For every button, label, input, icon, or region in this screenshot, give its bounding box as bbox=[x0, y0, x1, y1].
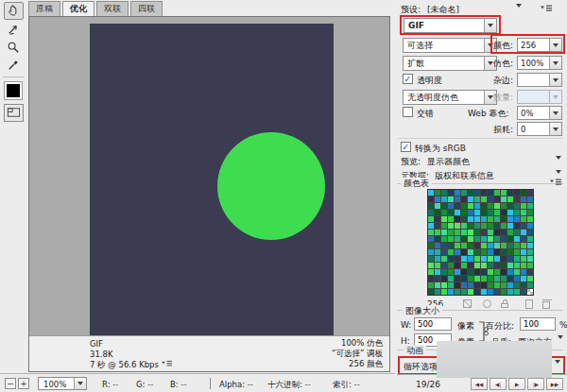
color-swatch[interactable] bbox=[501, 243, 507, 248]
color-swatch[interactable] bbox=[455, 276, 460, 281]
color-swatch[interactable] bbox=[448, 256, 454, 262]
color-swatch[interactable] bbox=[494, 223, 500, 229]
color-swatch[interactable] bbox=[521, 230, 526, 235]
color-swatch[interactable] bbox=[507, 263, 513, 268]
color-swatch[interactable] bbox=[468, 289, 473, 295]
color-swatch[interactable] bbox=[521, 190, 526, 196]
color-swatch[interactable] bbox=[521, 196, 526, 202]
color-swatch[interactable] bbox=[474, 216, 480, 222]
color-swatch[interactable] bbox=[435, 282, 440, 288]
color-swatch[interactable] bbox=[474, 223, 480, 229]
color-swatch[interactable] bbox=[455, 289, 460, 295]
websnap-arrow-icon[interactable] bbox=[549, 107, 561, 119]
color-swatch[interactable] bbox=[521, 263, 526, 268]
color-swatch[interactable] bbox=[435, 249, 440, 255]
eyedropper-tool-button[interactable] bbox=[4, 57, 24, 75]
color-swatch[interactable] bbox=[488, 230, 493, 235]
color-swatch[interactable] bbox=[507, 249, 513, 255]
color-swatch[interactable] bbox=[501, 196, 507, 202]
color-swatch[interactable] bbox=[448, 269, 454, 275]
quality-arrow-icon[interactable] bbox=[558, 339, 563, 349]
zoom-dropdown-arrow-icon[interactable] bbox=[74, 378, 86, 389]
color-swatch[interactable] bbox=[428, 269, 434, 275]
color-swatch[interactable] bbox=[527, 276, 533, 281]
color-swatch[interactable] bbox=[488, 263, 493, 268]
color-swatch[interactable] bbox=[481, 249, 487, 255]
color-swatch[interactable] bbox=[455, 216, 460, 222]
color-swatch[interactable] bbox=[481, 269, 487, 275]
toggle-slices-button[interactable] bbox=[4, 104, 24, 122]
color-swatch[interactable] bbox=[521, 249, 526, 255]
color-swatch[interactable] bbox=[428, 216, 434, 222]
color-swatch[interactable] bbox=[488, 269, 493, 275]
color-swatch[interactable] bbox=[494, 249, 500, 255]
color-swatch[interactable] bbox=[441, 243, 447, 248]
color-swatch[interactable] bbox=[507, 203, 513, 209]
color-swatch[interactable] bbox=[461, 256, 467, 262]
color-swatch[interactable] bbox=[521, 282, 526, 288]
preset-panel-menu-icon[interactable] bbox=[541, 4, 553, 14]
color-swatch[interactable] bbox=[521, 289, 526, 295]
next-frame-button[interactable]: |▶ bbox=[527, 378, 544, 390]
lossy-stepper[interactable]: 0 bbox=[517, 122, 562, 136]
canvas[interactable] bbox=[90, 24, 334, 335]
color-swatch[interactable] bbox=[455, 236, 460, 242]
color-swatch[interactable] bbox=[527, 196, 533, 202]
color-swatch[interactable] bbox=[507, 269, 513, 275]
color-swatch[interactable] bbox=[494, 243, 500, 248]
color-swatch[interactable] bbox=[428, 210, 434, 215]
color-swatch[interactable] bbox=[474, 203, 480, 209]
color-swatch[interactable] bbox=[488, 196, 493, 202]
color-swatch[interactable] bbox=[455, 256, 460, 262]
color-swatch[interactable] bbox=[494, 256, 500, 262]
last-frame-button[interactable]: ▶▶ bbox=[546, 378, 563, 390]
color-swatch[interactable] bbox=[441, 196, 447, 202]
color-swatch[interactable] bbox=[521, 203, 526, 209]
delete-color-icon[interactable] bbox=[542, 299, 554, 310]
color-swatch[interactable] bbox=[448, 196, 454, 202]
color-swatch[interactable] bbox=[501, 256, 507, 262]
color-swatch[interactable] bbox=[435, 289, 440, 295]
color-swatch[interactable] bbox=[468, 216, 473, 222]
color-swatch[interactable] bbox=[488, 282, 493, 288]
color-swatch[interactable] bbox=[428, 223, 434, 229]
color-swatch[interactable] bbox=[527, 210, 533, 215]
format-select[interactable]: GIF bbox=[404, 18, 497, 33]
color-swatch[interactable] bbox=[507, 276, 513, 281]
color-swatch[interactable] bbox=[521, 256, 526, 262]
color-swatch[interactable] bbox=[494, 236, 500, 242]
color-swatch[interactable] bbox=[494, 276, 500, 281]
color-swatch[interactable] bbox=[521, 223, 526, 229]
color-swatch[interactable] bbox=[441, 223, 447, 229]
transparency-map-icon[interactable] bbox=[463, 299, 474, 310]
color-swatch[interactable] bbox=[481, 210, 487, 215]
color-swatch[interactable] bbox=[435, 210, 440, 215]
preview-mode-arrow-icon[interactable] bbox=[556, 160, 561, 169]
color-swatch[interactable] bbox=[428, 190, 434, 196]
color-swatch[interactable] bbox=[474, 289, 480, 295]
color-swatch[interactable] bbox=[448, 190, 454, 196]
loop-arrow-icon[interactable] bbox=[555, 364, 560, 373]
color-swatch[interactable] bbox=[527, 289, 533, 295]
color-swatch[interactable] bbox=[455, 249, 460, 255]
color-swatch[interactable] bbox=[441, 256, 447, 262]
color-swatch[interactable] bbox=[494, 282, 500, 288]
color-swatch[interactable] bbox=[514, 223, 520, 229]
preview-mode-value[interactable]: 显示器颜色 bbox=[427, 156, 470, 168]
color-swatch[interactable] bbox=[514, 230, 520, 235]
color-swatch[interactable] bbox=[455, 203, 460, 209]
color-swatch[interactable] bbox=[428, 230, 434, 235]
color-swatch[interactable] bbox=[441, 282, 447, 288]
color-swatch[interactable] bbox=[468, 223, 473, 229]
color-swatch[interactable] bbox=[481, 276, 487, 281]
eyedropper-color-swatch[interactable] bbox=[4, 81, 23, 100]
color-swatch[interactable] bbox=[455, 223, 460, 229]
color-swatch[interactable] bbox=[501, 230, 507, 235]
color-table-grid[interactable] bbox=[427, 189, 534, 296]
color-swatch[interactable] bbox=[461, 190, 467, 196]
color-swatch[interactable] bbox=[527, 230, 533, 235]
matte-select[interactable] bbox=[517, 73, 562, 87]
color-swatch[interactable] bbox=[435, 203, 440, 209]
color-swatch[interactable] bbox=[481, 236, 487, 242]
color-swatch[interactable] bbox=[474, 236, 480, 242]
